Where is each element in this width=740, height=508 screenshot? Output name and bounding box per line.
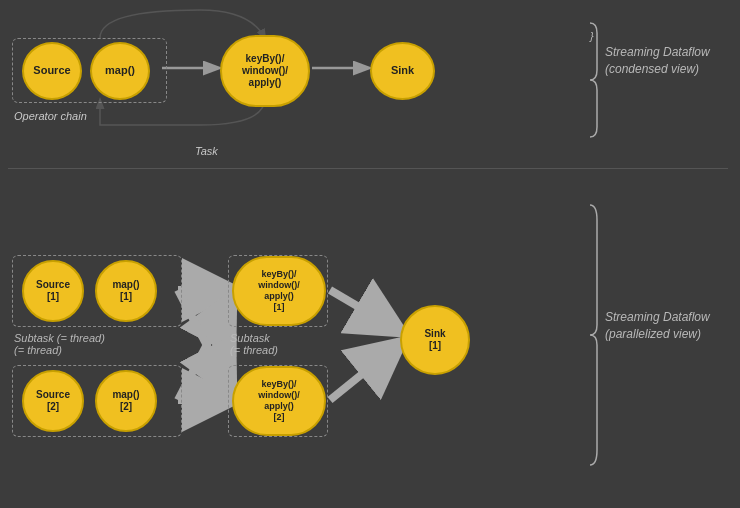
keyby2-node: keyBy()/ window()/ apply() [2] (232, 366, 326, 436)
keyby1-node: keyBy()/ window()/ apply() [1] (232, 256, 326, 326)
streaming-label-condensed-1: Streaming Dataflow (605, 45, 710, 59)
diagram-container: Source map() keyBy()/ window()/ apply() … (0, 0, 740, 508)
svg-line-7 (330, 345, 398, 400)
subtask2-label: Subtask (= thread) (230, 332, 278, 356)
svg-line-3 (178, 300, 230, 400)
streaming-label-parallel-1: Streaming Dataflow (605, 310, 710, 324)
sink-node-top: Sink (370, 42, 435, 100)
source1-node: Source [1] (22, 260, 84, 322)
operator-chain-label: Operator chain (14, 110, 87, 122)
task-label: Task (195, 145, 218, 157)
streaming-label-parallel-2: (parallelized view) (605, 327, 701, 341)
divider-line (8, 168, 728, 169)
keyby-node-top: keyBy()/ window()/ apply() (220, 35, 310, 107)
map1-node: map() [1] (95, 260, 157, 322)
svg-line-6 (330, 290, 398, 330)
map-node-top: map() (90, 42, 150, 100)
map2-node: map() [2] (95, 370, 157, 432)
sink1-node: Sink [1] (400, 305, 470, 375)
source-node-top: Source (22, 42, 82, 100)
subtask1-label: Subtask (= thread) (= thread) (14, 332, 105, 356)
source2-node: Source [2] (22, 370, 84, 432)
svg-line-4 (178, 290, 230, 390)
streaming-label-condensed-2: (condensed view) (605, 62, 699, 76)
